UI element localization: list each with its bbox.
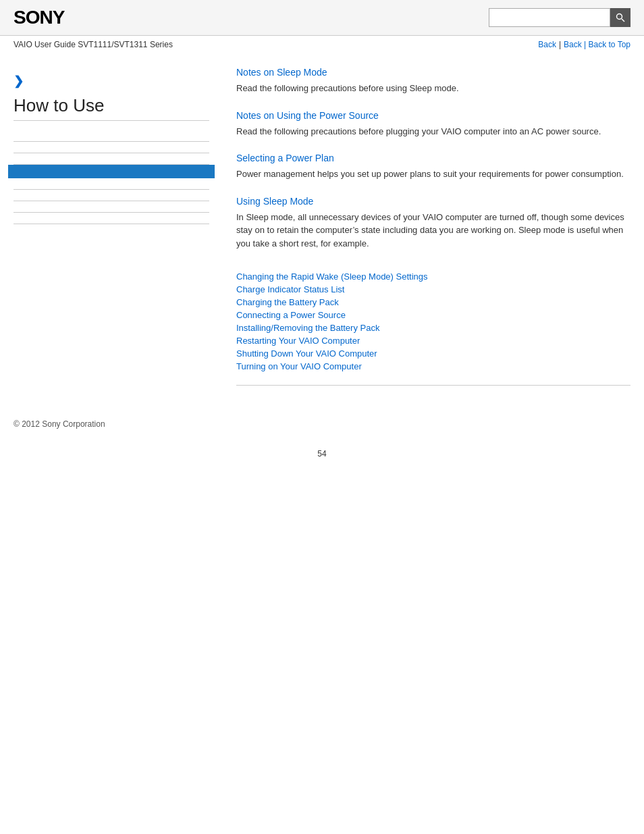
sidebar-item-2[interactable]	[14, 142, 209, 153]
svg-point-0	[617, 14, 622, 20]
notes-power-source-link[interactable]: Notes on Using the Power Source	[236, 110, 630, 121]
section-using-sleep-mode: Using Sleep Mode In Sleep mode, all unne…	[236, 196, 630, 251]
section-power-plan: Selecting a Power Plan Power management …	[236, 153, 630, 181]
footer: © 2012 Sony Corporation	[0, 406, 644, 442]
sidebar-item-7[interactable]	[14, 201, 209, 213]
copyright: © 2012 Sony Corporation	[14, 419, 105, 429]
sony-logo: SONY	[14, 7, 64, 28]
related-link-6[interactable]: Restarting Your VAIO Computer	[236, 336, 630, 346]
sidebar-item-3[interactable]	[14, 153, 209, 165]
content-area: Notes on Sleep Mode Read the following p…	[223, 67, 630, 392]
using-sleep-mode-text: In Sleep mode, all unnecessary devices o…	[236, 211, 630, 251]
sidebar-title: How to Use	[14, 95, 209, 121]
section-power-source: Notes on Using the Power Source Read the…	[236, 110, 630, 138]
related-link-8[interactable]: Turning on Your VAIO Computer	[236, 361, 630, 371]
main-container: ❯ How to Use Notes on Sleep Mode Read th…	[0, 53, 644, 406]
sidebar-item-8[interactable]	[14, 213, 209, 224]
notes-power-source-text: Read the following precautions before pl…	[236, 125, 630, 138]
section-sleep-mode: Notes on Sleep Mode Read the following p…	[236, 67, 630, 95]
search-button[interactable]	[610, 8, 630, 27]
sidebar-item-1[interactable]	[14, 130, 209, 142]
back-link[interactable]: Back	[538, 40, 556, 49]
related-link-1[interactable]: Changing the Rapid Wake (Sleep Mode) Set…	[236, 271, 630, 282]
related-link-3[interactable]: Charging the Battery Pack	[236, 297, 630, 307]
notes-sleep-mode-text: Read the following precautions before us…	[236, 82, 630, 95]
related-link-7[interactable]: Shutting Down Your VAIO Computer	[236, 348, 630, 359]
search-input[interactable]	[489, 8, 610, 27]
header: SONY	[0, 0, 644, 36]
svg-line-1	[622, 19, 624, 22]
power-plan-link[interactable]: Selecting a Power Plan	[236, 153, 630, 163]
back-to-top-link[interactable]: Back | Back to Top	[564, 40, 630, 49]
sidebar-item-6[interactable]	[14, 190, 209, 201]
search-area	[489, 8, 630, 27]
sidebar-item-5[interactable]	[14, 178, 209, 190]
sidebar: ❯ How to Use	[14, 67, 223, 392]
page-number: 54	[0, 442, 644, 472]
sidebar-arrow[interactable]: ❯	[14, 74, 209, 88]
related-link-4[interactable]: Connecting a Power Source	[236, 310, 630, 320]
related-links: Changing the Rapid Wake (Sleep Mode) Set…	[236, 265, 630, 371]
power-plan-text: Power management helps you set up power …	[236, 167, 630, 181]
guide-title: VAIO User Guide SVT1111/SVT1311 Series	[14, 40, 173, 49]
search-icon	[616, 13, 625, 22]
notes-sleep-mode-link[interactable]: Notes on Sleep Mode	[236, 67, 630, 78]
using-sleep-mode-link[interactable]: Using Sleep Mode	[236, 196, 630, 207]
nav-separator: |	[559, 40, 561, 49]
sidebar-item-4-active[interactable]	[8, 165, 215, 178]
related-link-2[interactable]: Charge Indicator Status List	[236, 284, 630, 294]
content-divider	[236, 385, 630, 386]
related-link-5[interactable]: Installing/Removing the Battery Pack	[236, 323, 630, 333]
nav-bar: VAIO User Guide SVT1111/SVT1311 Series B…	[0, 36, 644, 53]
nav-links: Back | Back | Back to Top	[538, 40, 630, 49]
